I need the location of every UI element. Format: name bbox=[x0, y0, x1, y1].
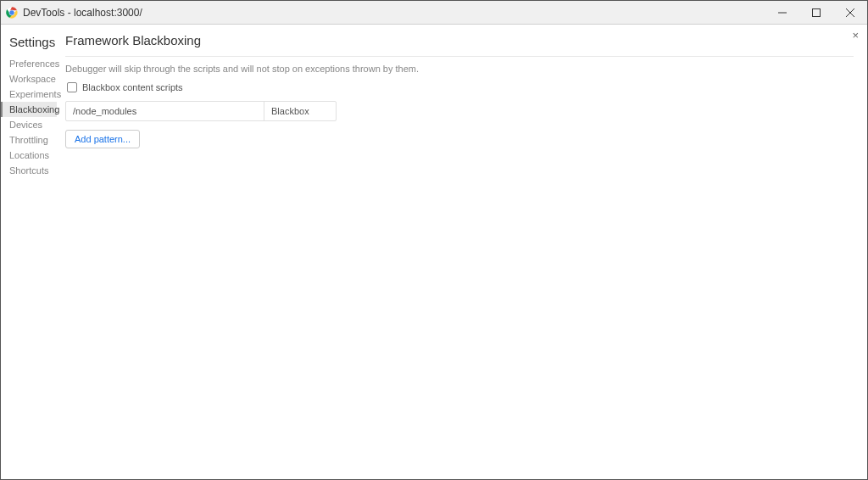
pattern-row[interactable]: /node_modulesBlackbox bbox=[66, 102, 336, 120]
sidebar-item-preferences[interactable]: Preferences bbox=[1, 56, 57, 71]
close-window-button[interactable] bbox=[833, 1, 867, 24]
sidebar-item-devices[interactable]: Devices bbox=[1, 117, 57, 132]
blackbox-content-scripts-row[interactable]: Blackbox content scripts bbox=[65, 82, 854, 92]
sidebar-item-throttling[interactable]: Throttling bbox=[1, 132, 57, 148]
patterns-table: /node_modulesBlackbox bbox=[65, 101, 337, 121]
sidebar-item-workspace[interactable]: Workspace bbox=[1, 71, 57, 87]
chrome-icon bbox=[6, 7, 18, 19]
sidebar-item-experiments[interactable]: Experiments bbox=[1, 87, 57, 102]
svg-rect-4 bbox=[813, 8, 821, 16]
minimize-button[interactable] bbox=[765, 1, 799, 24]
settings-panel: × Settings PreferencesWorkspaceExperimen… bbox=[1, 25, 867, 479]
blackbox-content-scripts-label: Blackbox content scripts bbox=[82, 82, 183, 92]
sidebar-title: Settings bbox=[1, 31, 57, 56]
page-description: Debugger will skip through the scripts a… bbox=[65, 64, 854, 74]
pattern-value: /node_modules bbox=[66, 102, 264, 120]
close-settings-button[interactable]: × bbox=[852, 30, 859, 41]
window-title: DevTools - localhost:3000/ bbox=[23, 7, 765, 19]
sidebar-item-locations[interactable]: Locations bbox=[1, 148, 57, 163]
page-title: Framework Blackboxing bbox=[65, 33, 854, 57]
window-controls bbox=[765, 1, 867, 24]
add-pattern-button[interactable]: Add pattern... bbox=[65, 130, 140, 148]
blackbox-content-scripts-checkbox[interactable] bbox=[67, 82, 77, 92]
pattern-behavior: Blackbox bbox=[264, 102, 336, 120]
sidebar-item-blackboxing[interactable]: Blackboxing bbox=[1, 102, 57, 117]
window-titlebar: DevTools - localhost:3000/ bbox=[1, 1, 867, 25]
settings-sidebar: Settings PreferencesWorkspaceExperiments… bbox=[1, 25, 57, 479]
sidebar-item-shortcuts[interactable]: Shortcuts bbox=[1, 163, 57, 178]
settings-main: Framework Blackboxing Debugger will skip… bbox=[57, 25, 867, 479]
maximize-button[interactable] bbox=[799, 1, 833, 24]
